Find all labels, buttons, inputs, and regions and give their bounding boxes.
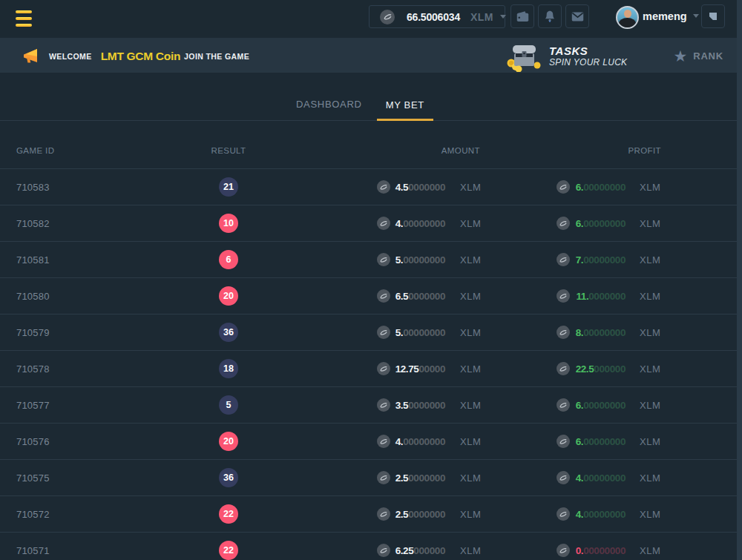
amount-currency: XLM xyxy=(460,545,481,556)
messages-button[interactable] xyxy=(565,4,589,28)
chat-toggle-button[interactable] xyxy=(701,4,725,28)
amount-value: 4.00000000 xyxy=(395,218,445,229)
profit-value: 22.5000000 xyxy=(576,363,626,375)
table-row: 710582 10 4.00000000 XLM 6.00000000 XLM xyxy=(0,205,742,242)
wallet-button[interactable] xyxy=(510,4,534,28)
profit-coin-icon xyxy=(556,253,570,266)
amount-coin-icon xyxy=(377,217,390,230)
amount-currency: XLM xyxy=(460,218,481,229)
profit-currency: XLM xyxy=(640,291,660,302)
amount-coin-icon xyxy=(377,326,390,339)
user-chevron-down-icon xyxy=(693,14,699,18)
tasks-block[interactable]: TASKS SPIN YOUR LUCK xyxy=(549,45,627,67)
tasks-title: TASKS xyxy=(549,45,627,57)
amount-value: 5.00000000 xyxy=(395,327,445,338)
balance-selector[interactable]: 66.5006034 XLM xyxy=(369,5,505,28)
profit-value: 4.00000000 xyxy=(576,472,626,484)
amount-value: 2.50000000 xyxy=(395,472,445,484)
amount-value: 3.50000000 xyxy=(395,400,445,411)
tab-dashboard[interactable]: DASHBOARD xyxy=(287,90,371,120)
announcement-bar: WELCOME LMT GCM Coin JOIN THE GAME TASKS… xyxy=(0,38,742,73)
profit-coin-icon xyxy=(556,471,570,484)
game-id: 710578 xyxy=(16,363,50,375)
table-row: 710577 5 3.50000000 XLM 6.00000000 XLM xyxy=(0,387,742,424)
profit-currency: XLM xyxy=(640,400,660,411)
profit-currency: XLM xyxy=(640,545,660,556)
amount-coin-icon xyxy=(377,253,390,266)
username[interactable]: memeng xyxy=(643,10,687,22)
amount-currency: XLM xyxy=(460,509,481,520)
amount-currency: XLM xyxy=(460,291,481,302)
chevron-down-icon xyxy=(500,15,506,19)
table-row: 710572 22 2.50000000 XLM 4.00000000 XLM xyxy=(0,496,742,533)
rank-label: RANK xyxy=(693,50,723,62)
amount-coin-icon xyxy=(377,362,390,375)
result-badge: 36 xyxy=(219,323,238,342)
rank-button[interactable]: ★ RANK xyxy=(673,48,723,64)
header-profit: PROFIT xyxy=(628,146,661,155)
wallet-icon xyxy=(516,10,530,24)
amount-value: 4.00000000 xyxy=(395,436,445,447)
profit-currency: XLM xyxy=(640,327,660,338)
result-badge: 22 xyxy=(219,541,238,560)
balance-currency: XLM xyxy=(470,11,493,23)
game-id: 710580 xyxy=(16,291,50,302)
profit-currency: XLM xyxy=(640,472,660,484)
profit-coin-icon xyxy=(556,289,570,303)
profit-value: 11.0000000 xyxy=(576,291,626,302)
amount-coin-icon xyxy=(377,180,390,194)
menu-icon[interactable] xyxy=(16,10,32,27)
profit-value: 4.00000000 xyxy=(576,509,626,520)
result-badge: 36 xyxy=(219,468,238,487)
profit-currency: XLM xyxy=(640,509,660,520)
join-label: JOIN THE GAME xyxy=(184,52,249,61)
amount-currency: XLM xyxy=(460,436,481,447)
amount-value: 12.7500000 xyxy=(395,363,445,375)
profit-currency: XLM xyxy=(640,436,660,447)
profit-coin-icon xyxy=(556,398,570,412)
tasks-subtitle: SPIN YOUR LUCK xyxy=(549,57,627,67)
coin-name: LMT GCM Coin xyxy=(101,50,180,63)
game-id: 710572 xyxy=(16,509,50,520)
amount-value: 2.50000000 xyxy=(395,509,445,520)
table-header: GAME ID RESULT AMOUNT PROFIT xyxy=(0,133,742,169)
profit-currency: XLM xyxy=(640,218,660,229)
game-id: 710582 xyxy=(16,218,50,229)
amount-currency: XLM xyxy=(460,182,481,193)
profit-coin-icon xyxy=(556,435,570,448)
tab-my-bet[interactable]: MY BET xyxy=(377,91,433,121)
result-badge: 20 xyxy=(219,286,238,306)
top-bar: 66.5006034 XLM memeng xyxy=(0,0,742,38)
profit-value: 8.00000000 xyxy=(576,327,626,338)
result-badge: 18 xyxy=(219,359,238,378)
table-body: 710583 21 4.50000000 XLM 6.00000000 XLM … xyxy=(0,169,742,560)
result-badge: 22 xyxy=(219,504,238,524)
game-id: 710581 xyxy=(16,254,50,266)
profit-currency: XLM xyxy=(640,254,660,266)
amount-coin-icon xyxy=(377,507,390,521)
amount-currency: XLM xyxy=(460,254,481,266)
profit-coin-icon xyxy=(556,544,570,557)
header-amount: AMOUNT xyxy=(441,146,480,155)
table-row: 710579 36 5.00000000 XLM 8.00000000 XLM xyxy=(0,314,742,351)
chat-icon xyxy=(707,10,719,22)
game-id: 710577 xyxy=(16,400,50,411)
avatar[interactable] xyxy=(616,6,639,29)
tab-bar: DASHBOARD MY BET xyxy=(0,73,742,121)
amount-value: 4.50000000 xyxy=(395,182,445,193)
game-id: 710583 xyxy=(16,182,50,193)
table-row: 710583 21 4.50000000 XLM 6.00000000 XLM xyxy=(0,169,742,205)
profit-value: 6.00000000 xyxy=(576,182,626,193)
profit-coin-icon xyxy=(556,180,570,194)
result-badge: 5 xyxy=(219,395,238,415)
game-id: 710576 xyxy=(16,436,50,447)
header-game-id: GAME ID xyxy=(16,146,54,155)
chat-panel-edge[interactable] xyxy=(737,0,742,560)
profit-value: 6.00000000 xyxy=(576,400,626,411)
result-badge: 10 xyxy=(219,214,238,233)
tasks-chest-icon[interactable] xyxy=(506,41,542,72)
amount-coin-icon xyxy=(377,471,390,484)
table-row: 710581 6 5.00000000 XLM 7.00000000 XLM xyxy=(0,242,742,278)
amount-coin-icon xyxy=(377,398,390,412)
notifications-button[interactable] xyxy=(538,4,562,28)
